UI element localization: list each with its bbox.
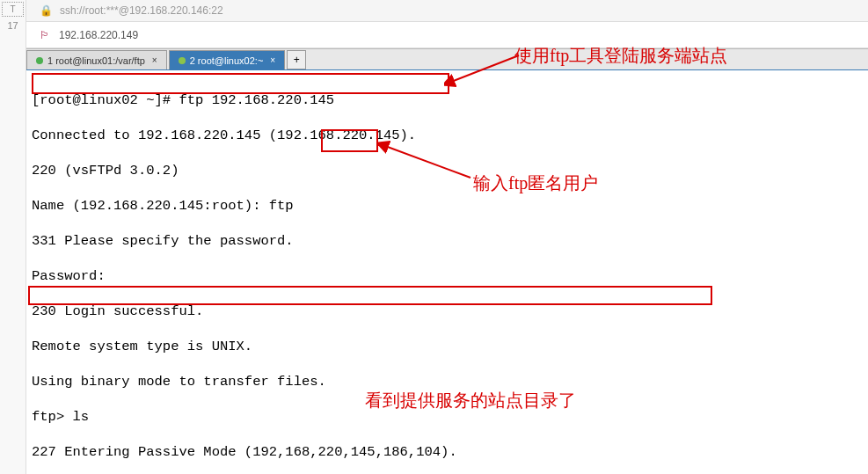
prompt: [root@linux02 ~]#	[32, 92, 179, 108]
left-gutter: T 17	[0, 0, 26, 474]
ssh-topbar: 🔒 ssh://root:***@192.168.220.146:22	[0, 0, 868, 22]
tab-add-button[interactable]: +	[287, 50, 306, 69]
name-prompt: Name (192.168.220.145:root):	[32, 198, 269, 214]
plus-icon: +	[294, 54, 300, 66]
tab-bar: 1 root@linux01:/var/ftp × 2 root@linux02…	[26, 48, 868, 69]
output-line: 230 Login successful.	[32, 303, 863, 320]
output-line: Remote system type is UNIX.	[32, 338, 863, 355]
status-dot-icon	[36, 57, 43, 64]
output-line: Connected to 192.168.220.145 (192.168.22…	[32, 127, 863, 144]
close-icon[interactable]: ×	[152, 55, 157, 65]
prompt-line: [root@linux02 ~]# ftp 192.168.220.145	[32, 91, 863, 109]
output-line: 331 Please specify the password.	[32, 232, 863, 250]
tab-2-active[interactable]: 2 root@linux02:~ ×	[169, 50, 285, 69]
name-prompt-line: Name (192.168.220.145:root): ftp	[32, 197, 863, 215]
close-icon[interactable]: ×	[270, 55, 275, 65]
address-ip: 192.168.220.149	[59, 29, 138, 41]
output-line: ftp> ls	[32, 408, 863, 426]
tab-1[interactable]: 1 root@linux01:/var/ftp ×	[26, 50, 167, 69]
output-line: 220 (vsFTPd 3.0.2)	[32, 162, 863, 179]
output-line: Password:	[32, 267, 863, 285]
status-dot-icon	[179, 57, 186, 64]
ftp-user-input: ftp	[269, 198, 294, 214]
output-line: Using binary mode to transfer files.	[32, 373, 863, 390]
ftp-command: ftp 192.168.220.145	[179, 92, 334, 108]
output-line: 227 Entering Passive Mode (192,168,220,1…	[32, 443, 863, 461]
terminal-output[interactable]: [root@linux02 ~]# ftp 192.168.220.145 Co…	[26, 69, 868, 474]
flag-icon: 🏳	[40, 29, 50, 41]
gutter-line-number: 17	[0, 18, 26, 33]
address-bar: 🏳 192.168.220.149	[0, 22, 868, 48]
tab-1-label: 1 root@linux01:/var/ftp	[47, 55, 145, 66]
lock-icon: 🔒	[40, 4, 53, 17]
gutter-text-icon: T	[2, 2, 24, 17]
tab-2-label: 2 root@linux02:~	[190, 55, 264, 66]
ssh-address-text: ssh://root:***@192.168.220.146:22	[60, 4, 223, 17]
